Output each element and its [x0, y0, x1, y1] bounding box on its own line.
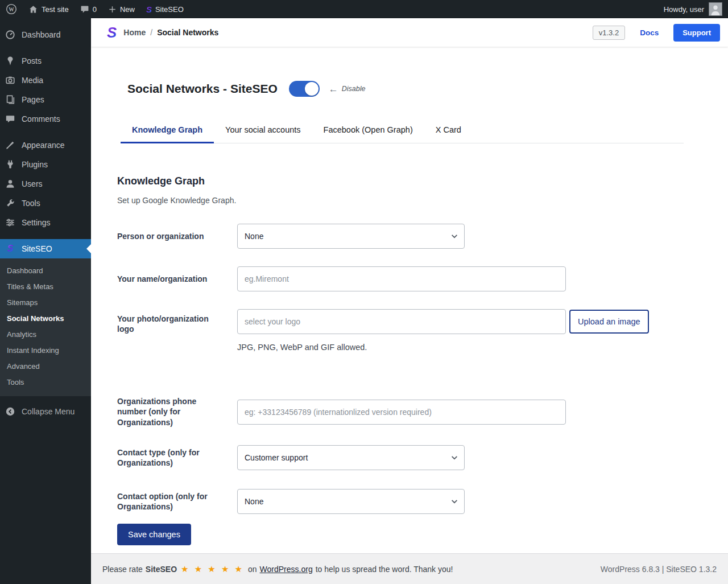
- pin-icon: [5, 56, 16, 66]
- plus-icon: [108, 5, 117, 14]
- save-changes-button[interactable]: Save changes: [117, 524, 191, 545]
- admin-bar-comments-count: 0: [93, 5, 97, 14]
- svg-text:W: W: [9, 7, 14, 13]
- collapse-menu-button[interactable]: Collapse Menu: [0, 402, 91, 421]
- wordpress-logo-menu[interactable]: W: [0, 0, 23, 18]
- version-badge: v1.3.2: [593, 26, 625, 40]
- submenu-item-advanced[interactable]: Advanced: [0, 359, 91, 375]
- page-title: Social Networks - SiteSEO: [127, 82, 278, 96]
- section-description: Set up Google Knowledge Graph.: [117, 196, 705, 205]
- siteseo-logo-icon: S: [146, 5, 152, 14]
- submenu-item-analytics[interactable]: Analytics: [0, 327, 91, 343]
- sidebar-item-label: Settings: [22, 218, 51, 227]
- content-area: Social Networks - SiteSEO ← Disable Know…: [91, 47, 728, 553]
- sidebar-item-label: Users: [22, 179, 43, 188]
- left-arrow-icon: ←: [329, 84, 338, 94]
- contact-option-select[interactable]: None: [237, 489, 465, 514]
- tab-social-accounts[interactable]: Your social accounts: [214, 118, 312, 143]
- admin-bar-new-label: New: [120, 5, 135, 14]
- sidebar-item-label: Dashboard: [22, 30, 61, 39]
- sidebar-item-label: Media: [22, 76, 43, 85]
- support-button[interactable]: Support: [673, 24, 720, 42]
- sidebar-item-dashboard[interactable]: Dashboard: [0, 25, 91, 44]
- person-org-row: Person or organization None: [117, 224, 705, 249]
- sidebar-item-appearance[interactable]: Appearance: [0, 135, 91, 155]
- toggle-knob: [305, 82, 318, 96]
- collapse-menu-label: Collapse Menu: [22, 407, 75, 416]
- pages-icon: [5, 94, 16, 105]
- admin-bar-siteseo[interactable]: S SiteSEO: [140, 0, 189, 18]
- admin-bar-siteseo-label: SiteSEO: [155, 5, 184, 14]
- comment-bubble-icon: [80, 5, 89, 14]
- contact-type-select[interactable]: Customer support: [237, 445, 465, 470]
- enable-toggle[interactable]: [289, 81, 320, 97]
- collapse-arrow-icon: [5, 406, 16, 417]
- user-avatar: [709, 2, 722, 16]
- tab-facebook-open-graph[interactable]: Facebook (Open Graph): [312, 118, 424, 143]
- name-org-input[interactable]: [237, 266, 566, 291]
- dashboard-icon: [5, 30, 16, 40]
- docs-link[interactable]: Docs: [640, 28, 659, 37]
- sidebar-item-settings[interactable]: Settings: [0, 213, 91, 232]
- rate-suffix-text: to help us spread the word. Thank you!: [316, 565, 453, 574]
- submenu-item-titles-metas[interactable]: Titles & Metas: [0, 279, 91, 295]
- breadcrumb-home-link[interactable]: Home: [123, 28, 146, 37]
- rate-prefix-text: Please rate: [102, 565, 143, 574]
- photo-logo-input[interactable]: [237, 309, 566, 334]
- disable-hint-label: Disable: [342, 85, 366, 93]
- submenu-item-tools[interactable]: Tools: [0, 375, 91, 390]
- user-icon: [5, 179, 16, 189]
- tab-knowledge-graph[interactable]: Knowledge Graph: [121, 118, 214, 143]
- sidebar-item-plugins[interactable]: Plugins: [0, 155, 91, 174]
- sidebar-item-label: Tools: [22, 199, 40, 208]
- admin-bar-comments[interactable]: 0: [75, 0, 102, 18]
- knowledge-graph-form: Person or organization None Your name/or…: [117, 224, 705, 545]
- breadcrumb-current: Social Networks: [157, 28, 218, 37]
- wordpress-org-link[interactable]: WordPress.org: [260, 565, 313, 574]
- admin-bar-site-name[interactable]: Test site: [23, 0, 75, 18]
- phone-label: Organizations phone number (only for Org…: [117, 396, 237, 427]
- brush-icon: [5, 140, 16, 150]
- admin-bar-site-name-label: Test site: [42, 5, 69, 14]
- submenu-item-dashboard[interactable]: Dashboard: [0, 263, 91, 279]
- contact-option-label: Contact option (only for Organizations): [117, 491, 237, 512]
- admin-bar-new[interactable]: New: [102, 0, 140, 18]
- submenu-item-social-networks[interactable]: Social Networks: [0, 311, 91, 327]
- sidebar-item-users[interactable]: Users: [0, 174, 91, 194]
- submenu-item-instant-indexing[interactable]: Instant Indexing: [0, 343, 91, 359]
- admin-bar: W Test site 0 New S SiteSEO Howdy, use: [0, 0, 728, 18]
- wrench-icon: [5, 198, 16, 208]
- sidebar-item-comments[interactable]: Comments: [0, 109, 91, 129]
- sidebar-item-label: Posts: [22, 56, 42, 65]
- sidebar-item-tools[interactable]: Tools: [0, 194, 91, 213]
- admin-footer: Please rate SiteSEO ★ ★ ★ ★ ★ on WordPre…: [91, 553, 728, 584]
- rating-stars-icon: ★ ★ ★ ★ ★: [181, 564, 244, 574]
- upload-image-button[interactable]: Upload an image: [569, 310, 649, 334]
- sidebar-item-label: Appearance: [22, 141, 65, 150]
- sidebar-item-pages[interactable]: Pages: [0, 90, 91, 109]
- siteseo-header-logo-icon: S: [107, 25, 117, 40]
- contact-option-row: Contact option (only for Organizations) …: [117, 489, 705, 514]
- person-org-select[interactable]: None: [237, 224, 465, 249]
- contact-type-row: Contact type (only for Organizations) Cu…: [117, 445, 705, 470]
- submenu-item-sitemaps[interactable]: Sitemaps: [0, 295, 91, 311]
- name-org-row: Your name/organization: [117, 266, 705, 291]
- settings-tabs: Knowledge Graph Your social accounts Fac…: [121, 118, 684, 143]
- sidebar-item-label: Pages: [22, 95, 44, 104]
- name-org-label: Your name/organization: [117, 274, 237, 284]
- admin-bar-account[interactable]: Howdy, user: [658, 0, 728, 18]
- siteseo-submenu: Dashboard Titles & Metas Sitemaps Social…: [0, 258, 91, 396]
- phone-row: Organizations phone number (only for Org…: [117, 396, 705, 427]
- footer-brand: SiteSEO: [146, 565, 177, 574]
- comment-icon: [5, 114, 16, 124]
- sidebar-item-media[interactable]: Media: [0, 71, 91, 90]
- wordpress-logo-icon: W: [6, 3, 17, 15]
- photo-logo-label: Your photo/organization logo: [117, 309, 237, 335]
- settings-icon: [5, 217, 16, 228]
- phone-input[interactable]: [237, 400, 566, 425]
- sidebar-item-label: SiteSEO: [22, 244, 52, 253]
- sidebar-item-siteseo[interactable]: S SiteSEO: [0, 239, 91, 258]
- footer-versions: WordPress 6.8.3 | SiteSEO 1.3.2: [601, 565, 717, 574]
- sidebar-item-posts[interactable]: Posts: [0, 51, 91, 71]
- tab-x-card[interactable]: X Card: [424, 118, 473, 143]
